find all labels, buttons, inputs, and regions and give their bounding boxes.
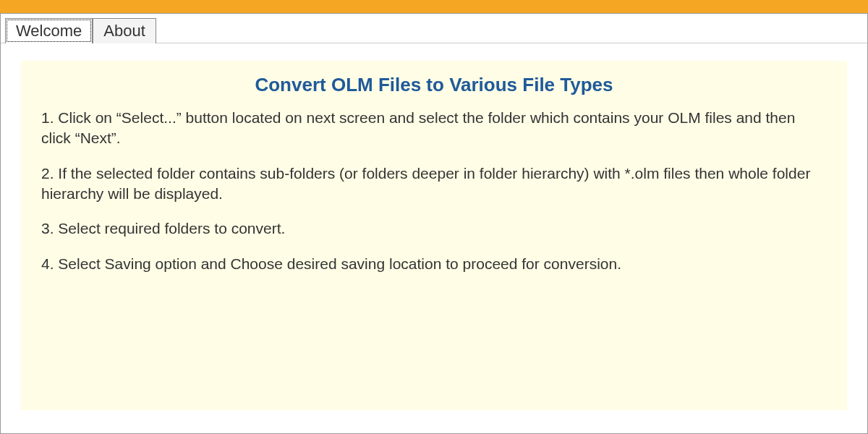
- step-4: 4. Select Saving option and Choose desir…: [41, 254, 827, 274]
- tab-welcome[interactable]: Welcome: [5, 18, 93, 43]
- tabs-row: Welcome About: [1, 14, 867, 43]
- instructions-panel: Convert OLM Files to Various File Types …: [21, 61, 847, 410]
- tab-separator: [156, 43, 863, 43]
- step-3: 3. Select required folders to convert.: [41, 218, 827, 239]
- tab-about-label: About: [103, 22, 145, 40]
- tab-content-welcome: Convert OLM Files to Various File Types …: [1, 43, 867, 427]
- app-frame: Welcome About Convert OLM Files to Vario…: [0, 13, 868, 434]
- tab-welcome-label: Welcome: [16, 22, 82, 40]
- tab-about[interactable]: About: [93, 18, 156, 43]
- window-title-bar: [0, 0, 868, 13]
- step-1: 1. Click on “Select...” button located o…: [41, 108, 827, 149]
- panel-title: Convert OLM Files to Various File Types: [41, 74, 827, 96]
- step-2: 2. If the selected folder contains sub-f…: [41, 163, 827, 205]
